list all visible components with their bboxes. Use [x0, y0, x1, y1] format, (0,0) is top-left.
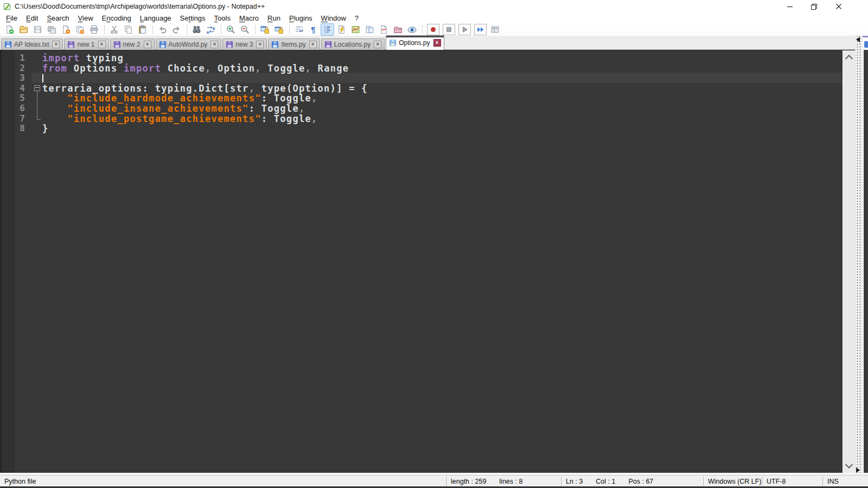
sync-vertical-scrolling-icon[interactable]: [258, 23, 272, 36]
tab-bar: AP Ideas.txt×new 1×new 2×AutoWorld.py×ne…: [0, 36, 856, 50]
secondary-view-tab-edge: [863, 36, 868, 52]
tab-ap-ideas-txt[interactable]: AP Ideas.txt×: [1, 38, 63, 50]
code-line[interactable]: terraria_options: typing.Dict[str, type(…: [42, 83, 843, 93]
tab-close-icon[interactable]: ×: [256, 41, 264, 48]
replace-icon[interactable]: ab: [204, 23, 218, 36]
view-splitter[interactable]: [855, 36, 863, 475]
tab-new-3[interactable]: new 3×: [222, 38, 267, 50]
find-icon[interactable]: [190, 23, 203, 36]
open-file-icon[interactable]: [17, 23, 30, 36]
toolbar-separator: [221, 25, 221, 34]
line-number: 8: [2, 123, 31, 133]
zoom-out-icon[interactable]: [238, 23, 252, 36]
code-line[interactable]: }: [42, 123, 843, 133]
save-icon[interactable]: [31, 23, 44, 36]
tab-close-icon[interactable]: ×: [433, 39, 441, 47]
line-number: 2: [2, 63, 31, 73]
vertical-scrollbar[interactable]: [843, 50, 855, 473]
sync-horizontal-scrolling-icon[interactable]: [272, 23, 286, 36]
tab-close-icon[interactable]: ×: [52, 41, 60, 48]
document-map-icon[interactable]: [349, 23, 362, 36]
code-line[interactable]: "include_insane_achievements": Toggle,: [42, 103, 843, 113]
word-wrap-icon[interactable]: [292, 23, 306, 36]
line-number: 5: [2, 93, 31, 103]
show-all-characters-icon[interactable]: ¶: [307, 23, 320, 36]
menu-settings[interactable]: Settings: [176, 14, 210, 23]
fold-margin-cell: [31, 53, 42, 63]
undo-icon[interactable]: [156, 23, 169, 36]
minimize-button[interactable]: [777, 0, 802, 13]
copy-icon[interactable]: [122, 23, 135, 36]
macro-save-icon[interactable]: [488, 23, 502, 36]
menu-search[interactable]: Search: [42, 14, 73, 23]
document-monitor-icon[interactable]: [405, 23, 419, 36]
macro-stop-icon[interactable]: [443, 24, 455, 35]
zoom-in-icon[interactable]: [224, 23, 238, 36]
tab-close-icon[interactable]: ×: [309, 41, 317, 48]
tab-label: AP Ideas.txt: [14, 41, 49, 48]
code-text-area[interactable]: import typingfrom Options import Choice,…: [42, 53, 843, 133]
menu-encoding[interactable]: Encoding: [98, 14, 136, 23]
menu-language[interactable]: Language: [136, 14, 176, 23]
toolbar-separator: [255, 25, 256, 34]
scroll-down-icon[interactable]: [845, 461, 853, 468]
macro-run-multiple-icon[interactable]: [474, 24, 487, 35]
document-list-icon[interactable]: [363, 23, 376, 36]
code-editor[interactable]: 12345678 import typingfrom Options impor…: [0, 50, 855, 473]
menu-plugins[interactable]: Plugins: [285, 14, 317, 23]
macro-record-icon[interactable]: [427, 24, 439, 35]
menu-tools[interactable]: Tools: [210, 14, 235, 23]
file-browser-icon[interactable]: [377, 23, 391, 36]
code-line[interactable]: import typing: [42, 53, 843, 63]
menu-run[interactable]: Run: [263, 14, 285, 23]
close-button[interactable]: [826, 0, 851, 13]
menu-window[interactable]: Window: [317, 14, 350, 23]
line-number: 1: [2, 53, 31, 63]
show-indent-guide-icon[interactable]: [321, 23, 334, 36]
scroll-up-icon[interactable]: [845, 55, 853, 62]
code-line[interactable]: "include_hardmode_achievements": Toggle,: [42, 93, 843, 103]
fold-minus-marker[interactable]: [31, 83, 42, 93]
tab-close-icon[interactable]: ×: [374, 41, 381, 48]
floppy-icon: [4, 41, 12, 48]
redo-icon[interactable]: [170, 23, 183, 36]
menu-macro[interactable]: Macro: [235, 14, 263, 23]
save-all-icon[interactable]: [45, 23, 59, 36]
code-line[interactable]: [42, 73, 843, 83]
floppy-icon: [324, 41, 332, 48]
line-number: 7: [2, 113, 31, 124]
paste-icon[interactable]: [136, 23, 149, 36]
print-icon[interactable]: [87, 23, 101, 36]
splitter-collapse-left-icon[interactable]: [856, 37, 860, 42]
svg-text:a: a: [207, 30, 209, 34]
menu-view[interactable]: View: [74, 14, 98, 23]
restore-button[interactable]: [802, 0, 826, 13]
code-line[interactable]: from Options import Choice, Option, Togg…: [42, 63, 843, 73]
tab-options-py[interactable]: Options.py×: [386, 35, 444, 50]
tab-items-py[interactable]: Items.py×: [268, 38, 320, 50]
macro-play-icon[interactable]: [458, 24, 471, 35]
menu-help[interactable]: ?: [350, 14, 363, 23]
tab-new-2[interactable]: new 2×: [110, 38, 155, 50]
tab-close-icon[interactable]: ×: [98, 41, 106, 48]
function-list-icon[interactable]: [335, 23, 348, 36]
menu-edit[interactable]: Edit: [22, 14, 42, 23]
folder-as-workspace-icon[interactable]: [391, 23, 405, 36]
code-line[interactable]: "include_postgame_achievements": Toggle,: [42, 113, 843, 124]
tab-close-icon[interactable]: ×: [210, 41, 218, 48]
splitter-collapse-right-icon[interactable]: [856, 467, 860, 473]
tab-locations-py[interactable]: Locations.py×: [321, 38, 385, 50]
cut-icon[interactable]: [107, 23, 121, 36]
menu-bar: FileEditSearchViewEncodingLanguageSettin…: [0, 13, 868, 23]
tab-close-icon[interactable]: ×: [144, 41, 151, 48]
floppy-icon: [389, 39, 397, 47]
close-all-icon[interactable]: [73, 23, 87, 36]
tab-label: Items.py: [281, 41, 305, 48]
svg-text:b: b: [213, 26, 215, 31]
tab-autoworld-py[interactable]: AutoWorld.py×: [156, 38, 222, 50]
tab-new-1[interactable]: new 1×: [64, 38, 108, 50]
close-icon[interactable]: [59, 23, 73, 36]
fold-margin[interactable]: [31, 53, 42, 133]
new-file-icon[interactable]: [3, 23, 16, 36]
menu-file[interactable]: File: [2, 14, 22, 23]
